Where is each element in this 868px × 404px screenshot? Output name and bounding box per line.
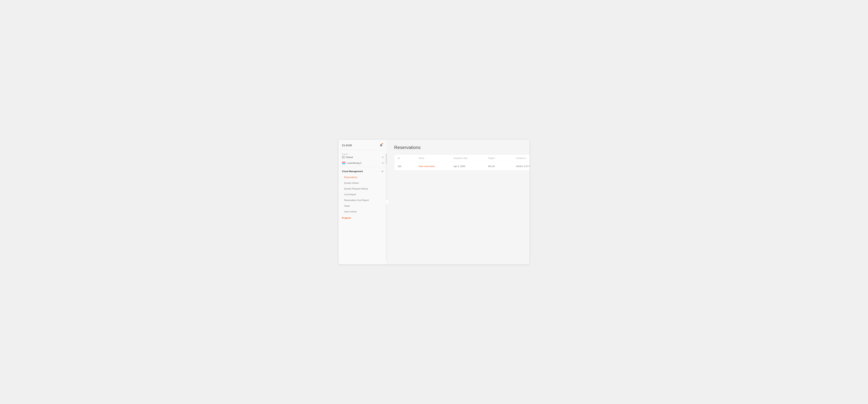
sidebar-item-cost-report[interactable]: Cost Report: [338, 192, 387, 197]
sidebar-item-user-actions[interactable]: User Actions: [338, 209, 387, 214]
sidebar-header: CLOUD: [338, 140, 387, 150]
col-header-region: Region: [488, 157, 516, 159]
project-value-row[interactable]: D Default: [342, 156, 383, 159]
notifications-button[interactable]: [379, 143, 383, 147]
project-icon: D: [342, 156, 345, 159]
scroll-thumb[interactable]: [386, 154, 386, 164]
app-logo: CLOUD: [342, 144, 352, 147]
cloud-management-label: Cloud Management: [342, 170, 363, 173]
col-header-expiration: Expiration date: [454, 157, 488, 159]
region-chevron: [382, 162, 383, 164]
main-content: Reservations ID Name Expiration date Reg…: [387, 140, 530, 264]
sidebar-item-reservation-cost-report[interactable]: Reservation Cost Report: [338, 197, 387, 203]
scroll-track: [386, 154, 386, 261]
cell-region: ED-16: [488, 165, 516, 168]
project-chevron: [382, 157, 383, 158]
sidebar-item-quotas-request-history[interactable]: Quotas Request History: [338, 186, 387, 192]
sidebar: CLOUD Project D Default: [338, 140, 387, 264]
cell-id: 101: [398, 165, 419, 168]
region-selector[interactable]: Luxembourg-2: [338, 160, 387, 167]
cell-expiration: Apr 2, 2025: [454, 165, 488, 168]
sidebar-divider-2: [338, 167, 387, 167]
sidebar-item-quotas-viewer[interactable]: Quotas Viewer: [338, 180, 387, 186]
page-title: Reservations: [394, 145, 530, 150]
sidebar-toggle-button[interactable]: [384, 200, 390, 204]
projects-label: Projects: [342, 216, 351, 219]
table-row: 101 New reservation Apr 2, 2025 ED-16 4/…: [394, 162, 530, 171]
cell-created-at: 4/2/24, 2:27 PM: [516, 165, 530, 168]
table-header: ID Name Expiration date Region Created a…: [394, 155, 530, 162]
region-value-row[interactable]: Luxembourg-2: [342, 162, 383, 164]
flag-icon: [342, 162, 345, 164]
col-header-id: ID: [398, 157, 419, 159]
cloud-management-nav-header[interactable]: Cloud Management: [338, 168, 387, 174]
cell-name[interactable]: New reservation: [419, 165, 454, 168]
col-header-created: Created at: [516, 157, 530, 159]
project-value-text: Default: [346, 156, 353, 159]
app-container: CLOUD Project D Default: [338, 139, 530, 265]
project-selector[interactable]: Project D Default: [338, 151, 387, 160]
project-value-inner: D Default: [342, 156, 353, 159]
region-flag-row: Luxembourg-2: [342, 162, 362, 164]
projects-nav-header[interactable]: Projects: [338, 214, 387, 221]
project-label: Project: [342, 153, 383, 155]
sidebar-item-reservations[interactable]: Reservations: [338, 174, 387, 180]
nav-section: Cloud Management 1 Reservations Quotas V…: [338, 168, 387, 264]
notification-dot: [382, 143, 383, 144]
col-header-name: Name: [419, 157, 454, 159]
cloud-management-chevron: [381, 170, 383, 173]
sidebar-item-tasks[interactable]: Tasks: [338, 203, 387, 209]
region-value-text: Luxembourg-2: [347, 162, 362, 164]
reservations-table: ID Name Expiration date Region Created a…: [394, 155, 530, 171]
